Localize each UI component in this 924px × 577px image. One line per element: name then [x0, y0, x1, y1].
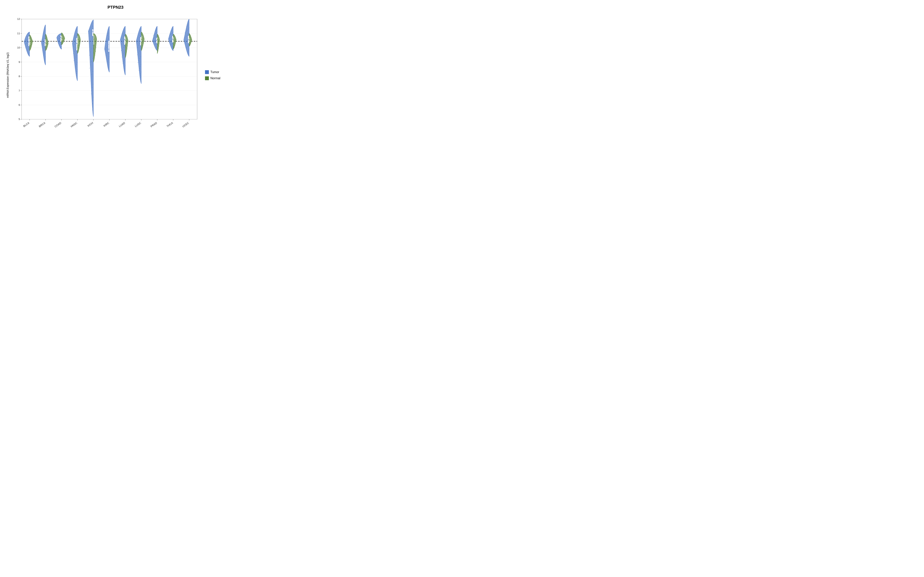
svg-rect-442 — [126, 51, 126, 52]
svg-rect-183 — [61, 46, 61, 47]
svg-rect-107 — [30, 37, 31, 38]
svg-rect-181 — [60, 47, 61, 48]
svg-rect-361 — [93, 40, 94, 40]
svg-rect-408 — [125, 65, 126, 65]
svg-rect-502 — [142, 48, 142, 48]
svg-rect-415 — [124, 54, 124, 54]
svg-rect-240 — [76, 38, 78, 51]
svg-rect-463 — [125, 35, 126, 35]
svg-rect-602 — [171, 44, 172, 44]
svg-rect-178 — [61, 49, 62, 50]
svg-rect-292 — [78, 41, 78, 42]
svg-rect-141 — [45, 29, 45, 29]
svg-rect-606 — [171, 40, 171, 41]
svg-rect-192 — [61, 42, 61, 42]
svg-rect-220 — [61, 40, 62, 41]
svg-rect-542 — [155, 40, 155, 41]
svg-rect-553 — [157, 32, 157, 32]
chart-container: PTPN23 mRNA Expression (RNASeq V2, log2)… — [5, 3, 226, 141]
svg-rect-353 — [96, 47, 96, 48]
svg-rect-238 — [62, 33, 62, 34]
svg-rect-226 — [63, 38, 64, 39]
legend-box-tumor — [205, 70, 209, 74]
svg-rect-684 — [189, 24, 189, 24]
svg-rect-719 — [189, 34, 190, 34]
svg-rect-498 — [141, 50, 142, 51]
svg-rect-111 — [30, 35, 30, 35]
svg-rect-85 — [30, 49, 31, 49]
svg-rect-646 — [175, 39, 175, 39]
svg-rect-190 — [59, 43, 59, 43]
svg-rect-359 — [94, 42, 95, 42]
svg-rect-264 — [76, 40, 77, 41]
svg-rect-597 — [172, 48, 173, 48]
svg-rect-686 — [188, 21, 189, 22]
svg-rect-75 — [28, 36, 29, 36]
svg-rect-54 — [29, 53, 29, 53]
svg-rect-551 — [155, 33, 156, 34]
svg-rect-129 — [42, 45, 42, 45]
svg-rect-59 — [28, 49, 29, 49]
svg-rect-214 — [62, 43, 62, 44]
svg-rect-191 — [60, 42, 60, 42]
svg-rect-405 — [124, 70, 124, 70]
svg-rect-680 — [188, 29, 189, 29]
svg-rect-149 — [46, 49, 47, 49]
svg-rect-556 — [157, 29, 157, 30]
svg-rect-306 — [93, 116, 94, 116]
svg-rect-513 — [144, 41, 144, 42]
svg-rect-631 — [173, 47, 174, 47]
svg-rect-82 — [29, 50, 30, 51]
svg-rect-520 — [142, 37, 142, 37]
svg-rect-596 — [172, 49, 173, 49]
svg-rect-517 — [144, 39, 144, 39]
svg-rect-483 — [139, 51, 140, 52]
svg-rect-159 — [46, 43, 47, 44]
svg-rect-611 — [171, 37, 172, 37]
svg-rect-207 — [61, 34, 61, 34]
svg-rect-103 — [31, 39, 31, 40]
svg-rect-619 — [172, 30, 172, 31]
svg-rect-682 — [187, 26, 187, 27]
svg-rect-283 — [78, 47, 78, 48]
svg-rect-99 — [31, 42, 31, 42]
svg-rect-541 — [154, 42, 154, 42]
svg-container: 56789101112BLCABRCACOADHNSCKICHKIRCLUADL… — [11, 12, 201, 139]
svg-rect-315 — [92, 87, 93, 88]
svg-rect-477 — [137, 62, 138, 63]
svg-rect-316 — [93, 84, 94, 84]
svg-rect-695 — [189, 44, 190, 44]
svg-rect-211 — [61, 44, 62, 45]
svg-rect-429 — [125, 31, 126, 31]
svg-rect-653 — [173, 35, 173, 36]
svg-rect-572 — [157, 47, 158, 47]
svg-rect-182 — [60, 47, 61, 47]
svg-rect-196 — [61, 39, 61, 40]
svg-rect-345 — [95, 55, 95, 56]
svg-rect-171 — [46, 37, 47, 37]
svg-rect-628 — [174, 48, 174, 48]
svg-rect-576 — [157, 44, 158, 45]
svg-rect-290 — [79, 42, 79, 43]
svg-text:9: 9 — [18, 61, 20, 63]
svg-rect-552 — [156, 32, 157, 33]
svg-text:BRCA: BRCA — [38, 121, 46, 128]
svg-rect-62 — [27, 46, 27, 47]
svg-rect-563 — [157, 53, 157, 53]
svg-rect-564 — [157, 52, 158, 52]
svg-rect-117 — [44, 61, 45, 61]
svg-rect-98 — [31, 42, 32, 42]
svg-rect-458 — [126, 39, 127, 39]
svg-rect-88 — [29, 47, 30, 48]
svg-rect-485 — [137, 47, 137, 47]
svg-rect-557 — [157, 29, 157, 29]
svg-rect-341 — [94, 59, 94, 60]
svg-rect-608 — [173, 39, 173, 39]
svg-rect-398 — [108, 29, 109, 29]
svg-rect-672 — [189, 39, 189, 39]
svg-rect-57 — [27, 50, 27, 51]
svg-rect-404 — [124, 71, 124, 72]
svg-rect-298 — [79, 37, 79, 38]
svg-rect-658 — [189, 56, 189, 56]
svg-rect-613 — [169, 35, 170, 35]
